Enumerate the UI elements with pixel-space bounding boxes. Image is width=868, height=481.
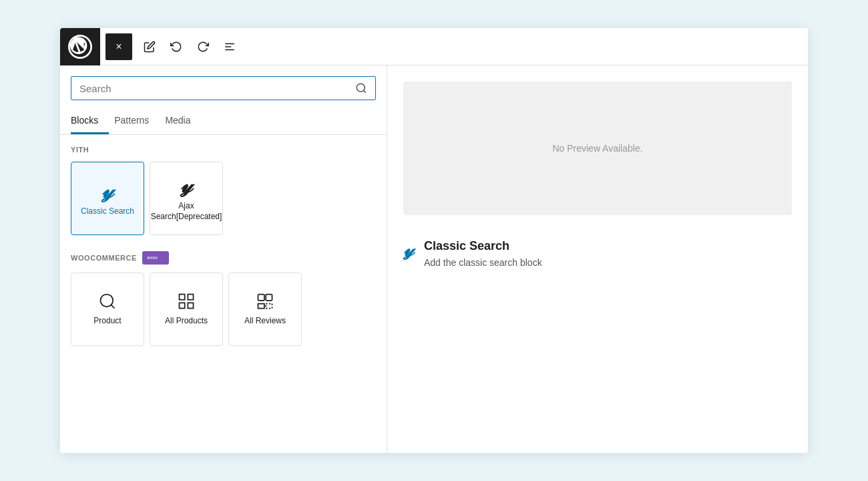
svg-line-7 [111,305,114,309]
redo-button[interactable] [191,35,215,59]
block-detail-icon: 𝓎 [403,240,413,259]
svg-rect-13 [266,295,272,301]
svg-text:Woo: Woo [147,255,158,260]
close-button[interactable]: × [105,33,132,60]
wp-logo [60,28,100,65]
block-item-all-reviews[interactable]: All Reviews [228,273,302,346]
block-detail-title: Classic Search [424,239,542,253]
tab-blocks[interactable]: Blocks [71,108,109,134]
search-icon [355,82,367,94]
editor-container: × [60,28,808,453]
svg-rect-11 [188,303,193,309]
ajax-search-icon: 𝓎 [180,174,192,196]
yith-blocks-grid: 𝓎 Classic Search 𝓎 Ajax Search[Deprecate… [71,162,376,235]
all-products-icon [177,292,196,311]
search-box [71,76,376,100]
block-item-classic-search[interactable]: 𝓎 Classic Search [71,162,144,235]
wordpress-icon [68,35,92,59]
svg-point-3 [357,84,365,92]
svg-rect-9 [188,295,193,300]
search-area [60,65,387,100]
undo-button[interactable] [164,35,188,59]
block-item-all-products[interactable]: All Products [150,273,223,346]
block-detail-description: Add the classic search block [424,257,542,268]
tab-patterns[interactable]: Patterns [114,108,160,134]
woo-logo: Woo [146,253,165,263]
toolbar-icons [138,35,242,59]
redo-icon [197,41,209,53]
svg-point-6 [101,295,114,307]
pencil-icon [144,41,156,53]
right-panel: No Preview Available. 𝓎 Classic Search A… [387,65,808,453]
svg-line-4 [363,90,365,92]
blocks-list: YITH 𝓎 Classic Search 𝓎 Ajax Search[Depr… [60,135,387,453]
undo-icon [170,41,182,53]
woocommerce-blocks-grid: Product All Products [71,273,376,346]
woo-badge: Woo [142,251,169,265]
svg-rect-12 [258,295,264,301]
edit-button[interactable] [138,35,162,59]
woocommerce-section-label: WOOCOMMERCE Woo [71,251,376,265]
svg-rect-8 [180,295,185,300]
tabs-nav: Blocks Patterns Media [60,108,387,135]
yith-section-label: YITH [71,146,376,154]
toolbar: × [60,28,808,65]
classic-search-icon: 𝓎 [101,180,114,201]
block-item-product[interactable]: Product [71,273,144,346]
preview-box: No Preview Available. [403,82,792,215]
tab-media[interactable]: Media [165,108,201,134]
search-submit-button[interactable] [355,82,367,94]
block-detail-info: Classic Search Add the classic search bl… [424,239,542,268]
no-preview-text: No Preview Available. [552,143,642,154]
main-content: Blocks Patterns Media YITH 𝓎 Classic Sea… [60,65,808,453]
block-detail: 𝓎 Classic Search Add the classic search … [403,228,792,279]
product-search-icon [98,292,117,311]
left-panel: Blocks Patterns Media YITH 𝓎 Classic Sea… [60,65,387,453]
all-reviews-icon [256,292,274,311]
svg-rect-10 [180,303,185,309]
menu-button[interactable] [218,35,242,59]
block-item-ajax-search[interactable]: 𝓎 Ajax Search[Deprecated] [150,162,223,235]
search-input[interactable] [79,83,350,94]
menu-icon [224,41,236,53]
